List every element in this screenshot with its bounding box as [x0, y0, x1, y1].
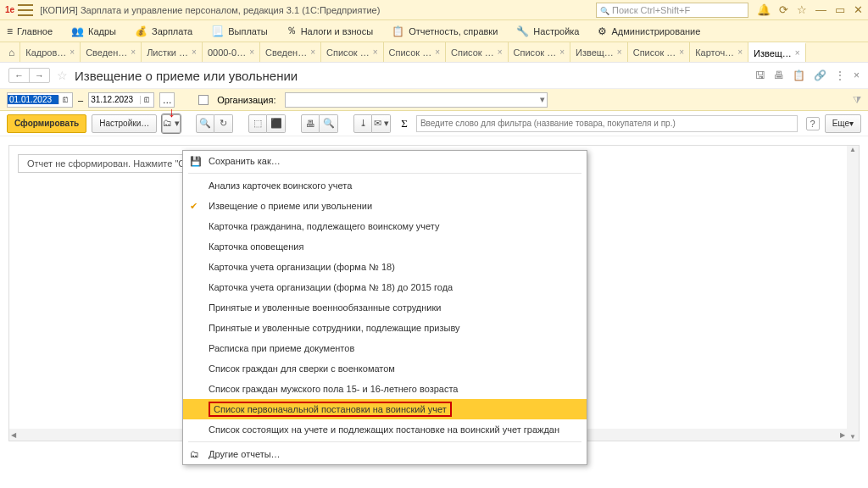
- tab-11[interactable]: Список …×: [628, 42, 691, 62]
- tab-close-icon[interactable]: ×: [617, 47, 622, 57]
- sum-icon[interactable]: Σ: [401, 117, 408, 130]
- email-button[interactable]: ✉ ▾: [372, 114, 391, 133]
- check-icon: ✔: [190, 201, 198, 212]
- search-icon: [600, 5, 612, 15]
- date-from-input[interactable]: [8, 95, 58, 104]
- clipboard-icon[interactable]: 📋: [793, 69, 805, 81]
- tab-8[interactable]: Список …×: [446, 42, 509, 62]
- menu-item-2[interactable]: Карточка гражданина, подлежащего воинско…: [183, 216, 587, 236]
- tab-close-icon[interactable]: ×: [559, 47, 565, 57]
- menu-reports[interactable]: 📋Отчетность, справки: [392, 25, 498, 37]
- tab-5[interactable]: Сведен…×: [260, 42, 321, 62]
- menu-settings[interactable]: 🔧Настройка: [516, 25, 579, 37]
- tab-close-icon[interactable]: ×: [70, 47, 75, 57]
- nav-back-icon[interactable]: ←: [9, 69, 29, 82]
- history-icon[interactable]: ⟳: [779, 3, 788, 16]
- more-icon[interactable]: ⋮: [835, 69, 845, 81]
- tab-close-icon[interactable]: ×: [737, 47, 743, 57]
- tab-close-icon[interactable]: ×: [373, 47, 378, 57]
- collapse-button[interactable]: ⬛: [267, 114, 286, 133]
- menu-item-0[interactable]: Анализ карточек воинского учета: [183, 175, 587, 196]
- tab-close-icon[interactable]: ×: [192, 47, 197, 57]
- tab-4[interactable]: 0000-0…×: [203, 42, 260, 62]
- global-search[interactable]: Поиск Ctrl+Shift+F: [596, 3, 748, 18]
- close-window-icon[interactable]: ✕: [854, 3, 863, 16]
- calendar-icon[interactable]: 🗓: [140, 96, 153, 104]
- tab-close-icon[interactable]: ×: [795, 48, 800, 58]
- tab-close-icon[interactable]: ×: [498, 47, 503, 57]
- tab-close-icon[interactable]: ×: [679, 47, 684, 57]
- menu-item-12[interactable]: Список состоящих на учете и подлежащих п…: [183, 419, 587, 440]
- close-form-icon[interactable]: ×: [854, 69, 860, 81]
- menu-admin[interactable]: ⚙Администрирование: [598, 25, 700, 37]
- menu-item-7[interactable]: Принятые и уволенные сотрудники, подлежа…: [183, 318, 587, 338]
- settings-button[interactable]: Настройки…: [92, 114, 157, 133]
- restore-icon[interactable]: ▭: [835, 3, 845, 16]
- date-to[interactable]: 🗓: [88, 92, 154, 108]
- help-button[interactable]: ?: [806, 117, 820, 130]
- print-button[interactable]: 🖶: [301, 114, 320, 133]
- menu-item-3[interactable]: Карточка оповещения: [183, 236, 587, 257]
- menu-item-5[interactable]: Карточка учета организации (форма № 18) …: [183, 277, 587, 297]
- tab-2[interactable]: Сведен…×: [81, 42, 142, 62]
- tab-active[interactable]: Извещ…×: [748, 42, 806, 62]
- tab-close-icon[interactable]: ×: [249, 47, 254, 57]
- vertical-scrollbar[interactable]: ▲▼: [847, 146, 859, 441]
- tab-1[interactable]: Кадров…×: [20, 42, 81, 62]
- date-from[interactable]: 🗓: [7, 92, 73, 108]
- menu-other-reports[interactable]: 🗂Другие отчеты…: [183, 444, 587, 464]
- menu-hr[interactable]: 👥Кадры: [71, 25, 116, 37]
- dash: –: [78, 95, 83, 105]
- date-to-input[interactable]: [89, 95, 140, 104]
- menu-item-9[interactable]: Список граждан для сверки с военкоматом: [183, 358, 587, 379]
- report-variant-button[interactable]: ↓ 🗂 ▾: [162, 114, 181, 133]
- search-placeholder: Поиск Ctrl+Shift+F: [612, 5, 690, 15]
- floppy-icon[interactable]: 🖫: [755, 69, 765, 81]
- refresh-button[interactable]: ↻: [214, 114, 233, 133]
- menu-item-10[interactable]: Список граждан мужского пола 15- и 16-ле…: [183, 379, 587, 399]
- hamburger-icon[interactable]: [18, 4, 33, 16]
- menu-item-1[interactable]: ✔Извещение о приеме или увольнении: [183, 196, 587, 216]
- expand-button[interactable]: ⬚: [248, 114, 267, 133]
- org-select[interactable]: ▾: [285, 92, 548, 108]
- menu-main[interactable]: ≡Главное: [7, 25, 53, 37]
- more-button[interactable]: Еще ▾: [825, 114, 861, 133]
- tab-12[interactable]: Карточ…×: [690, 42, 748, 62]
- menu-item-6[interactable]: Принятые и уволенные военнообязанные сот…: [183, 297, 587, 318]
- main-menu: ≡Главное 👥Кадры 💰Зарплата 📃Выплаты ％Нало…: [0, 20, 868, 42]
- find-button[interactable]: 🔍: [196, 114, 214, 133]
- tab-close-icon[interactable]: ×: [310, 47, 315, 57]
- menu-save-as[interactable]: 💾Сохранить как…: [183, 151, 587, 171]
- nav-forward-icon[interactable]: →: [29, 69, 49, 82]
- tab-home[interactable]: ⌂: [3, 42, 20, 62]
- bell-icon[interactable]: 🔔: [757, 3, 771, 16]
- tab-9[interactable]: Список …×: [509, 42, 571, 62]
- link-icon[interactable]: 🔗: [814, 69, 826, 81]
- menu-salary[interactable]: 💰Зарплата: [135, 25, 192, 37]
- filter-input[interactable]: [416, 115, 798, 132]
- menu-item-8[interactable]: Расписка при приеме документов: [183, 338, 587, 358]
- tab-3[interactable]: Листки …×: [142, 42, 203, 62]
- print-icon[interactable]: 🖶: [774, 69, 784, 81]
- menu-item-11-selected[interactable]: Список первоначальной постановки на воин…: [183, 399, 587, 419]
- tab-6[interactable]: Список …×: [321, 42, 384, 62]
- tab-close-icon[interactable]: ×: [435, 47, 440, 57]
- menu-taxes[interactable]: ％Налоги и взносы: [287, 24, 374, 38]
- report-variant-menu: 💾Сохранить как… Анализ карточек воинског…: [182, 150, 587, 465]
- money-icon: 💰: [135, 25, 147, 37]
- report-empty-msg: Отчет не сформирован. Нажмите "С: [18, 154, 194, 173]
- preview-button[interactable]: 🔍: [320, 114, 338, 133]
- favorite-star-icon[interactable]: ☆: [57, 69, 68, 82]
- tab-close-icon[interactable]: ×: [131, 47, 136, 57]
- menu-payments[interactable]: 📃Выплаты: [211, 25, 267, 37]
- tab-10[interactable]: Извещ…×: [570, 42, 628, 62]
- org-checkbox[interactable]: [198, 95, 209, 105]
- calendar-icon[interactable]: 🗓: [58, 96, 72, 104]
- menu-item-4[interactable]: Карточка учета организации (форма № 18): [183, 257, 587, 277]
- star-icon[interactable]: ☆: [797, 3, 807, 16]
- generate-button[interactable]: Сформировать: [7, 114, 86, 133]
- minimize-icon[interactable]: —: [815, 3, 826, 16]
- filter-icon[interactable]: ⧩: [853, 94, 861, 106]
- tab-7[interactable]: Список …×: [384, 42, 447, 62]
- save-button[interactable]: ⤓: [353, 114, 372, 133]
